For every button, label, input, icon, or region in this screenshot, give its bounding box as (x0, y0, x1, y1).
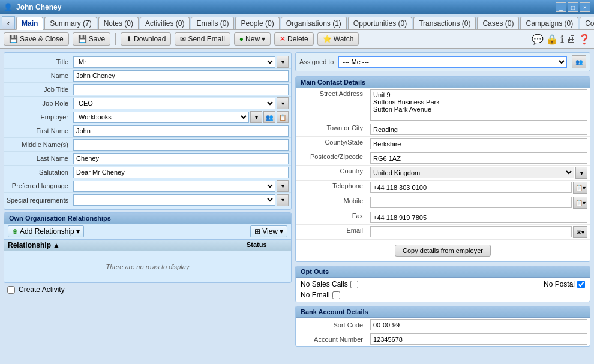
pref-lang-btn[interactable]: ▾ (277, 180, 289, 192)
view-button[interactable]: ⊞ View ▾ (250, 225, 287, 237)
title-lookup-btn[interactable]: ▾ (277, 56, 289, 68)
add-dropdown-icon: ▾ (76, 227, 80, 236)
tab-organisations[interactable]: Organisations (1) (281, 17, 347, 29)
no-email-checkbox[interactable] (332, 291, 340, 299)
pref-lang-row: Preferred language English ▾ (4, 179, 291, 193)
job-role-select[interactable]: CEOManagerDirector (73, 98, 275, 109)
tab-opportunities[interactable]: Opportunities (0) (348, 17, 412, 29)
tab-transactions[interactable]: Transactions (0) (413, 17, 476, 29)
special-req-select[interactable] (73, 194, 275, 206)
no-postal-checkbox[interactable] (577, 281, 585, 288)
middle-name-row: Middle Name(s) (4, 138, 291, 152)
new-button[interactable]: ● New ▾ (234, 32, 271, 46)
job-role-lookup-btn[interactable]: ▾ (277, 97, 289, 109)
download-button[interactable]: ⬇ Download (121, 32, 171, 46)
country-select[interactable]: United Kingdom United States France (370, 167, 574, 178)
create-activity-row: Create Activity (4, 283, 292, 296)
postcode-input[interactable] (370, 152, 587, 164)
salutation-field (73, 167, 291, 178)
tab-emails[interactable]: Emails (0) (191, 17, 234, 29)
tab-campaigns[interactable]: Campaigns (0) (520, 17, 578, 29)
first-name-input[interactable] (73, 125, 289, 137)
save-close-button[interactable]: 💾 Save & Close (4, 32, 69, 46)
special-req-field: ▾ (73, 194, 291, 206)
watch-icon: ⭐ (323, 35, 332, 43)
tab-cases[interactable]: Cases (0) (477, 17, 519, 29)
save-icon: 💾 (78, 35, 87, 43)
minimize-button[interactable]: _ (556, 2, 566, 12)
account-number-label: Account Number (296, 336, 368, 343)
assigned-to-select[interactable]: --- Me --- (338, 56, 567, 68)
watch-button[interactable]: ⭐ Watch (317, 32, 359, 46)
save-button[interactable]: 💾 Save (73, 32, 110, 46)
tab-people[interactable]: People (0) (235, 17, 279, 29)
telephone-label: Telephone (296, 181, 368, 189)
account-number-row: Account Number (296, 332, 590, 346)
employer-btn3[interactable]: 📋 (277, 111, 289, 123)
right-panel: Assigned to --- Me --- 👥 Main Contact De… (295, 52, 590, 355)
window-controls[interactable]: _ □ × (556, 2, 590, 12)
tab-back-button[interactable]: ‹ (2, 16, 15, 29)
bank-account-section: Bank Account Details Sort Code Account N… (295, 306, 590, 347)
job-role-row: Job Role CEOManagerDirector ▾ (4, 97, 291, 110)
tab-conta[interactable]: Conta… (580, 17, 594, 29)
info-icon-button[interactable]: ℹ (560, 34, 564, 45)
special-req-btn[interactable]: ▾ (277, 194, 289, 206)
assigned-to-field: --- Me --- (338, 56, 567, 68)
opt-outs-title: Opt Outs (296, 266, 590, 278)
telephone-input[interactable] (370, 182, 572, 193)
town-input[interactable] (370, 124, 587, 135)
employer-select[interactable]: Workbooks (73, 112, 249, 123)
create-activity-checkbox[interactable] (7, 286, 15, 294)
title-select[interactable]: MrMrsMsDr (73, 56, 275, 68)
salutation-input[interactable] (73, 167, 289, 178)
mobile-btn[interactable]: 📋▾ (573, 197, 587, 209)
restore-button[interactable]: □ (568, 2, 578, 12)
last-name-input[interactable] (73, 153, 289, 164)
town-field (368, 122, 590, 136)
close-button[interactable]: × (580, 2, 590, 12)
assigned-to-people-btn[interactable]: 👥 (572, 55, 586, 68)
fax-input[interactable] (370, 212, 587, 223)
email-btn[interactable]: ✉▾ (573, 226, 587, 238)
name-input[interactable] (73, 70, 289, 82)
no-sales-calls-checkbox[interactable] (350, 281, 358, 288)
pref-lang-select[interactable]: English (73, 181, 275, 192)
account-number-input[interactable] (370, 333, 587, 345)
job-title-input[interactable] (73, 84, 289, 95)
tab-notes[interactable]: Notes (0) (98, 17, 139, 29)
tab-summary[interactable]: Summary (7) (44, 17, 97, 29)
street-address-row: Street Address Unit 9 Suttons Business P… (296, 88, 590, 122)
print-icon-button[interactable]: 🖨 (566, 34, 576, 45)
middle-name-input[interactable] (73, 139, 289, 151)
employer-row: Employer Workbooks ▾ 👥 📋 (4, 110, 291, 124)
telephone-btn[interactable]: 📋▾ (573, 182, 587, 194)
employer-label: Employer (4, 113, 73, 121)
mobile-input[interactable] (370, 197, 572, 208)
help-icon-button[interactable]: ❓ (578, 34, 590, 45)
opt-outs-section: Opt Outs No Sales Calls No Postal No Ema… (295, 266, 590, 302)
tab-main[interactable]: Main (16, 17, 43, 30)
title-field: MrMrsMsDr ▾ (73, 56, 291, 68)
employer-btn2[interactable]: 👥 (263, 111, 275, 123)
sort-code-input[interactable] (370, 319, 587, 330)
sort-code-row: Sort Code (296, 318, 590, 332)
postcode-row: Postcode/Zipcode (296, 151, 590, 166)
chat-icon-button[interactable]: 💬 (532, 34, 544, 45)
opt-outs-row2: No Email (296, 291, 590, 302)
street-address-input[interactable]: Unit 9 Suttons Business Park Sutton Park… (370, 89, 587, 121)
email-input[interactable] (370, 226, 572, 237)
send-email-button[interactable]: ✉ Send Email (175, 32, 230, 46)
main-contact-title: Main Contact Details (296, 77, 590, 88)
delete-button[interactable]: ✕ Delete (274, 32, 314, 46)
county-input[interactable] (370, 138, 587, 149)
add-relationship-button[interactable]: ⊕ Add Relationship ▾ (8, 225, 84, 237)
toolbar-right-icons: 💬 🔒 ℹ 🖨 ❓ (532, 34, 590, 45)
special-req-row: Special requirements ▾ (4, 193, 291, 207)
country-lookup-btn[interactable]: ▾ (575, 167, 587, 179)
copy-details-button[interactable]: Copy details from employer (395, 245, 491, 257)
lock-icon-button[interactable]: 🔒 (546, 34, 558, 45)
employer-btn1[interactable]: ▾ (250, 111, 262, 123)
middle-name-field (73, 139, 291, 151)
tab-activities[interactable]: Activities (0) (140, 17, 190, 29)
